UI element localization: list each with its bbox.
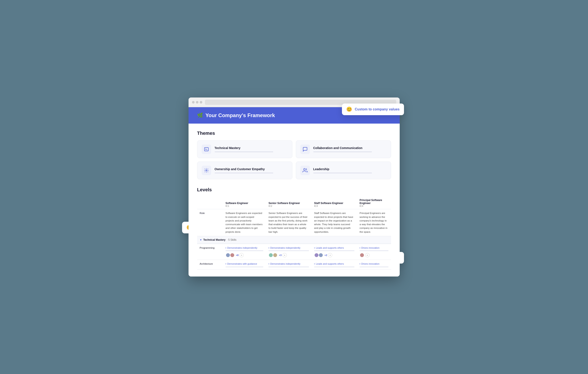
arch-bar-chart-icon-2: ▪ — [268, 262, 269, 266]
avatar-5 — [314, 253, 319, 258]
arch-skill-badge-ic2: ▪ Demonstrates independently — [268, 262, 309, 266]
theme-card-ownership: Ownership and Customer Empathy — [197, 162, 292, 179]
theme-ownership-title: Ownership and Customer Empathy — [215, 167, 288, 171]
skill-badge-ic1: ▪ Demonstrates independently — [226, 246, 263, 250]
avatar-add-ic2[interactable]: + — [283, 253, 287, 257]
browser-dot-2 — [196, 101, 199, 104]
bar-chart-icon-3: ▪ — [314, 246, 315, 250]
skill-row-architecture: Architecture ▪ Demonstrates with guidanc… — [197, 260, 391, 270]
avatar-4 — [273, 253, 277, 258]
skill-bar-ic4 — [360, 250, 388, 251]
skill-programming-ic3: ▪ Leads and supports others +2 + — [312, 244, 357, 260]
theme-collaboration-bar — [313, 151, 372, 152]
arch-skill-cell-ic2: ▪ Demonstrates independently — [268, 262, 309, 267]
theme-leadership-content: Leadership — [313, 167, 387, 173]
bar-chart-icon: ▪ — [226, 246, 226, 250]
skill-cell-ic1: ▪ Demonstrates independently +8 + — [226, 246, 263, 258]
skill-programming-ic2: ▪ Demonstrates independently +3 + — [266, 244, 311, 260]
callout-top-right-icon: 😊 — [346, 107, 352, 112]
subheader-label: Technical Mastery — [203, 238, 225, 242]
col-header-ic1: Software Engineer IC1 — [223, 197, 266, 209]
bar-chart-icon-4: ▪ — [360, 246, 360, 250]
skill-architecture-ic4: ▪ Drives innovation — [357, 260, 391, 270]
theme-card-leadership: Leadership — [296, 162, 391, 179]
theme-card-collaboration: Collaboration and Communication — [296, 140, 391, 158]
theme-ownership-content: Ownership and Customer Empathy — [215, 167, 288, 173]
theme-icon-ownership — [202, 166, 211, 175]
skill-name-architecture: Architecture — [197, 260, 223, 270]
col-header-ic2: Senior Software Engineer IC2 — [266, 197, 311, 209]
skill-cell-ic2: ▪ Demonstrates independently +3 + — [268, 246, 309, 258]
role-desc-ic2: Senior Software Engineers are expected t… — [266, 209, 311, 236]
role-row: Role Software Engineers are expected to … — [197, 209, 391, 236]
avatar-count-ic1: +8 — [236, 253, 239, 257]
skill-badge-ic4: ▪ Drives innovation — [360, 246, 388, 250]
theme-leadership-title: Leadership — [313, 167, 387, 171]
callout-top-right-text: Custom to company values — [355, 107, 399, 111]
avatar-6 — [318, 253, 323, 258]
arch-skill-bar-ic1 — [226, 267, 263, 267]
theme-technical-mastery-title: Technical Mastery — [215, 146, 288, 150]
arch-skill-badge-ic4: ▪ Drives innovation — [360, 262, 388, 266]
subheader-row: ▼ Technical Mastery · 5 Skills — [197, 236, 391, 244]
themes-grid: Technical Mastery Collaboration and Comm… — [197, 140, 391, 179]
theme-collaboration-content: Collaboration and Communication — [313, 146, 387, 152]
theme-card-technical-mastery: Technical Mastery — [197, 140, 292, 158]
skill-row-programming: Programming ▪ Demonstrates independently — [197, 244, 391, 260]
avatar-add-ic3[interactable]: + — [328, 253, 332, 257]
themes-section-title: Themes — [197, 131, 391, 136]
skill-badge-ic2: ▪ Demonstrates independently — [268, 246, 309, 250]
browser-dot-3 — [200, 101, 202, 104]
skill-architecture-ic3: ▪ Leads and supports others — [312, 260, 357, 270]
skill-architecture-ic2: ▪ Demonstrates independently — [266, 260, 311, 270]
arch-skill-bar-ic4 — [360, 267, 388, 267]
skill-bar-ic3 — [314, 250, 355, 251]
avatar-add-ic1[interactable]: + — [239, 253, 244, 257]
technical-mastery-subheader[interactable]: ▼ Technical Mastery · 5 Skills — [197, 236, 391, 244]
app-logo-icon: 🌿 — [197, 113, 203, 118]
bar-chart-icon-2: ▪ — [268, 246, 269, 250]
theme-collaboration-title: Collaboration and Communication — [313, 146, 387, 150]
arch-skill-cell-ic4: ▪ Drives innovation — [360, 262, 388, 267]
levels-section-title: Levels — [197, 187, 391, 193]
skill-programming-ic4: ▪ Drives innovation + — [357, 244, 391, 260]
arch-bar-chart-icon-4: ▪ — [360, 262, 360, 266]
browser-dot-1 — [192, 101, 195, 104]
skill-avatars-ic3: +2 + — [314, 253, 355, 258]
levels-header-row: Software Engineer IC1 Senior Software En… — [197, 197, 391, 209]
skill-name-programming: Programming — [197, 244, 223, 260]
browser-window: 🌿 Your Company's Framework Themes Techni… — [189, 98, 400, 276]
theme-technical-mastery-content: Technical Mastery — [215, 146, 288, 152]
avatar-count-ic2: +3 — [279, 253, 282, 257]
avatar-7 — [360, 253, 364, 258]
arch-skill-cell-ic3: ▪ Leads and supports others — [314, 262, 355, 267]
chevron-down-icon: ▼ — [200, 238, 202, 242]
theme-ownership-bar — [215, 173, 273, 173]
arch-skill-bar-ic3 — [314, 267, 355, 267]
avatar-1 — [226, 253, 230, 258]
arch-skill-badge-ic3: ▪ Leads and supports others — [314, 262, 355, 266]
levels-table: Software Engineer IC1 Senior Software En… — [197, 197, 391, 270]
role-desc-ic1: Software Engineers are expected to execu… — [223, 209, 266, 236]
skill-avatars-ic2: +3 + — [268, 253, 309, 258]
theme-icon-collaboration — [300, 144, 310, 154]
arch-skill-bar-ic2 — [268, 267, 309, 267]
arch-bar-chart-icon-3: ▪ — [314, 262, 315, 266]
subheader-cell: ▼ Technical Mastery · 5 Skills — [197, 236, 391, 244]
role-desc-ic3: Staff Software Engineers are expected to… — [312, 209, 357, 236]
role-desc-ic4: Principal Engineers are working to advan… — [357, 209, 391, 236]
theme-leadership-bar — [313, 173, 372, 173]
svg-point-0 — [206, 170, 207, 171]
skill-avatars-ic1: +8 + — [226, 253, 263, 258]
app-title: Your Company's Framework — [206, 112, 275, 118]
browser-dots — [192, 101, 202, 104]
skill-architecture-ic1: ▪ Demonstrates with guidance — [223, 260, 266, 270]
avatar-add-ic4[interactable]: + — [365, 253, 369, 257]
skill-cell-ic4: ▪ Drives innovation + — [360, 246, 388, 258]
arch-skill-badge-ic1: ▪ Demonstrates with guidance — [226, 262, 263, 266]
callout-custom-values: 😊 Custom to company values — [342, 104, 404, 115]
theme-technical-mastery-bar — [215, 151, 273, 152]
skill-bar-ic1 — [226, 250, 263, 251]
skill-avatars-ic4: + — [360, 253, 388, 258]
avatar-3 — [268, 253, 273, 258]
